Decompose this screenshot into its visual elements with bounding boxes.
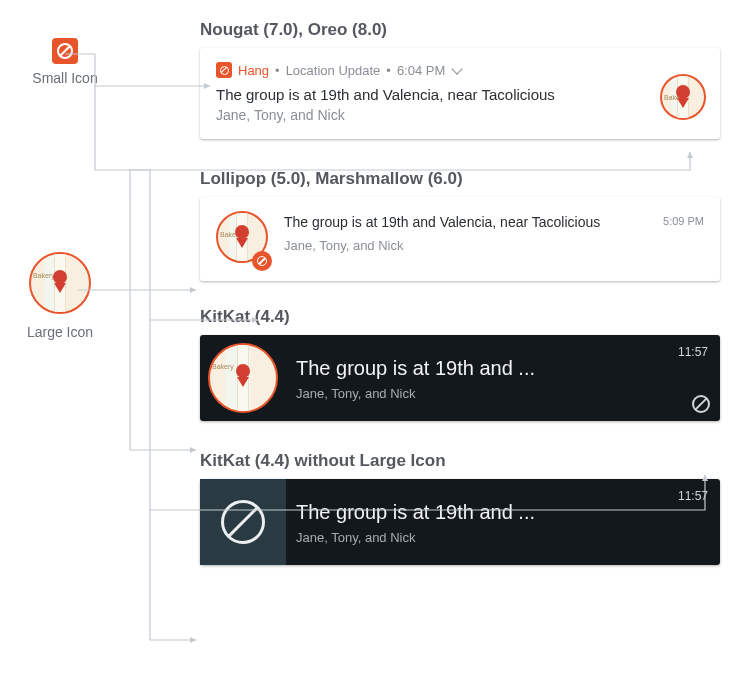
no-symbol-icon bbox=[221, 500, 265, 544]
no-symbol-icon bbox=[57, 43, 73, 59]
bakery-label: Bakery bbox=[33, 272, 55, 279]
svg-marker-4 bbox=[687, 152, 693, 158]
notification-time: 11:57 bbox=[678, 345, 708, 359]
no-symbol-icon bbox=[220, 66, 229, 75]
small-icon-label: Small Icon bbox=[20, 70, 110, 86]
large-icon: Bakery bbox=[29, 252, 91, 314]
section-heading-kitkat-nolarge: KitKat (4.4) without Large Icon bbox=[0, 451, 744, 471]
app-small-icon bbox=[216, 62, 232, 78]
separator-dot: • bbox=[275, 63, 280, 78]
notification-subtitle: Jane, Tony, and Nick bbox=[296, 386, 708, 401]
map-icon: Bakery bbox=[208, 343, 278, 413]
notification-card-kitkat[interactable]: Bakery The group is at 19th and ... Jane… bbox=[200, 335, 720, 421]
notification-large-icon: Bakery bbox=[660, 74, 706, 124]
app-name: Hang bbox=[238, 63, 269, 78]
notification-card-lollipop[interactable]: Bakery The group is at 19th and Valencia… bbox=[200, 197, 720, 281]
map-pin-icon bbox=[53, 270, 67, 284]
header-category: Location Update bbox=[286, 63, 381, 78]
small-icon-corner bbox=[692, 395, 710, 413]
notification-subtitle: Jane, Tony, and Nick bbox=[296, 530, 708, 545]
notification-title: The group is at 19th and ... bbox=[296, 501, 708, 524]
notification-subtitle: Jane, Tony, and Nick bbox=[284, 238, 647, 253]
notification-card-kitkat-nolarge[interactable]: The group is at 19th and ... Jane, Tony,… bbox=[200, 479, 720, 565]
notification-time: 5:09 PM bbox=[663, 211, 704, 227]
section-heading-nougat: Nougat (7.0), Oreo (8.0) bbox=[0, 20, 744, 40]
notification-text-block: The group is at 19th and Valencia, near … bbox=[284, 211, 647, 253]
no-symbol-icon bbox=[257, 256, 267, 266]
section-heading-kitkat: KitKat (4.4) bbox=[0, 307, 744, 327]
chevron-down-icon[interactable] bbox=[452, 63, 463, 74]
bakery-label: Bakery bbox=[212, 363, 234, 370]
separator-dot: • bbox=[386, 63, 391, 78]
notification-title: The group is at 19th and Valencia, near … bbox=[284, 213, 647, 232]
svg-marker-5 bbox=[190, 287, 196, 293]
small-icon bbox=[52, 38, 78, 64]
notification-large-icon: Bakery bbox=[216, 211, 268, 267]
notification-header: Hang • Location Update • 6:04 PM bbox=[216, 62, 704, 78]
map-pin-icon bbox=[236, 364, 250, 378]
notification-subtitle: Jane, Tony, and Nick bbox=[216, 107, 704, 123]
section-heading-lollipop: Lollipop (5.0), Marshmallow (6.0) bbox=[0, 169, 744, 189]
large-icon-reference: Bakery Large Icon bbox=[10, 252, 110, 340]
notification-small-icon-slot bbox=[200, 479, 286, 565]
notification-body: The group is at 19th and ... Jane, Tony,… bbox=[286, 335, 720, 421]
notification-title: The group is at 19th and ... bbox=[296, 357, 708, 380]
notification-title: The group is at 19th and Valencia, near … bbox=[216, 86, 704, 103]
map-icon: Bakery bbox=[660, 74, 706, 120]
small-icon-badge bbox=[252, 251, 272, 271]
notification-card-nougat[interactable]: Hang • Location Update • 6:04 PM The gro… bbox=[200, 48, 720, 139]
large-icon-label: Large Icon bbox=[10, 324, 110, 340]
map-pin-icon bbox=[676, 85, 690, 99]
svg-marker-3 bbox=[190, 637, 196, 643]
map-pin-icon bbox=[235, 225, 249, 239]
header-time: 6:04 PM bbox=[397, 63, 445, 78]
notification-large-icon: Bakery bbox=[200, 335, 286, 421]
notification-time: 11:57 bbox=[678, 489, 708, 503]
small-icon-reference: Small Icon bbox=[20, 38, 110, 86]
notification-body: The group is at 19th and ... Jane, Tony,… bbox=[286, 479, 720, 565]
